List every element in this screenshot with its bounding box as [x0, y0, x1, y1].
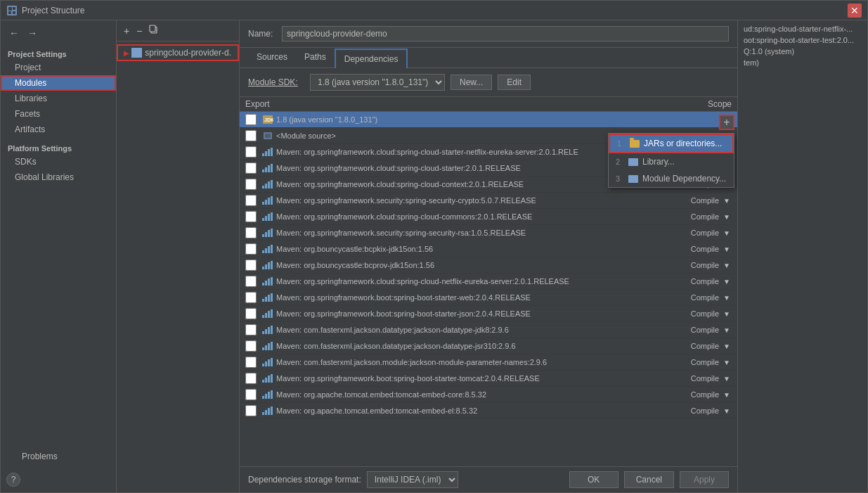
dep-scope-btn-8[interactable]: ▼ — [722, 278, 732, 286]
name-row: Name: — [240, 20, 737, 48]
remove-module-button[interactable]: − — [134, 24, 145, 38]
dep-row-5[interactable]: Maven: org.springframework.security:spri… — [240, 225, 737, 241]
module-dep-icon — [628, 175, 638, 183]
maven-icon-4 — [262, 212, 273, 222]
dep-row-7[interactable]: Maven: org.bouncycastle:bcprov-jdk15on:1… — [240, 257, 737, 274]
add-module-button[interactable]: + — [121, 24, 132, 38]
dropdown-item-library-label: Library... — [642, 157, 675, 167]
dep-checkbox-4[interactable] — [245, 211, 257, 222]
dep-row-3[interactable]: Maven: org.springframework.security:spri… — [240, 193, 737, 209]
sidebar-item-global-libraries[interactable]: Global Libraries — [1, 169, 116, 185]
dep-scope-btn-12[interactable]: ▼ — [722, 342, 732, 350]
dep-scope-btn-10[interactable]: ▼ — [722, 310, 732, 318]
dep-checkbox-6[interactable] — [245, 243, 257, 255]
sidebar-item-problems[interactable]: Problems — [8, 449, 109, 464]
sdk-select[interactable]: 1.8 (java version "1.8.0_131") — [310, 74, 445, 91]
dep-scope-btn-15[interactable]: ▼ — [722, 391, 732, 399]
dep-row-14[interactable]: Maven: org.springframework.boot:spring-b… — [240, 371, 737, 387]
right-item-1: oot:spring-boot-starter-test:2.0... — [738, 34, 867, 46]
name-label: Name: — [248, 29, 276, 39]
cancel-button[interactable]: Cancel — [624, 471, 674, 488]
window-title: Project Structure — [22, 6, 848, 15]
edit-sdk-button[interactable]: Edit — [498, 75, 531, 90]
dep-checkbox-1[interactable] — [245, 162, 257, 174]
dropdown-item-module-dep[interactable]: 3 Module Dependency... — [609, 170, 734, 187]
dep-checkbox-3[interactable] — [245, 195, 257, 206]
dep-name-9: Maven: org.springframework.boot:spring-b… — [276, 293, 666, 302]
dep-checkbox-14[interactable] — [245, 373, 257, 384]
dep-checkbox-5[interactable] — [245, 227, 257, 238]
dep-scope-btn-3[interactable]: ▼ — [722, 197, 732, 205]
dep-checkbox-10[interactable] — [245, 308, 257, 319]
dep-row-12[interactable]: Maven: com.fasterxml.jackson.datatype:ja… — [240, 338, 737, 354]
svg-text:JDK: JDK — [264, 117, 273, 122]
deps-table-header: Export Scope — [240, 97, 737, 112]
dep-scope-btn-4[interactable]: ▼ — [722, 213, 732, 221]
tab-sources[interactable]: Sources — [248, 48, 296, 68]
dep-row-10[interactable]: Maven: org.springframework.boot:spring-b… — [240, 306, 737, 322]
dep-row-jdk[interactable]: JDK 1.8 (java version "1.8.0_131") — [240, 112, 737, 128]
dep-checkbox-0[interactable] — [245, 146, 257, 158]
copy-module-button[interactable] — [146, 23, 162, 38]
dep-checkbox-16[interactable] — [245, 405, 257, 416]
dep-name-jdk: 1.8 (java version "1.8.0_131") — [276, 115, 732, 124]
dep-name-7: Maven: org.bouncycastle:bcprov-jdk15on:1… — [276, 261, 666, 269]
dep-scope-16: Compile — [666, 406, 722, 415]
maven-icon-0 — [262, 147, 273, 157]
dep-row-8[interactable]: Maven: org.springframework.cloud:spring-… — [240, 274, 737, 290]
dep-row-4[interactable]: Maven: org.springframework.cloud:spring-… — [240, 209, 737, 225]
dep-checkbox-9[interactable] — [245, 292, 257, 303]
forward-button[interactable]: → — [25, 26, 40, 40]
dep-scope-btn-7[interactable]: ▼ — [722, 262, 732, 269]
dep-scope-btn-13[interactable]: ▼ — [722, 359, 732, 366]
sidebar-item-libraries[interactable]: Libraries — [1, 91, 116, 106]
dep-checkbox-11[interactable] — [245, 324, 257, 335]
dep-checkbox-7[interactable] — [245, 260, 257, 271]
dep-checkbox-8[interactable] — [245, 276, 257, 287]
module-item-label: springcloud-provider-d... — [145, 48, 232, 58]
dep-row-9[interactable]: Maven: org.springframework.boot:spring-b… — [240, 290, 737, 306]
apply-button[interactable]: Apply — [680, 471, 729, 488]
back-button[interactable]: ← — [6, 26, 22, 40]
dep-checkbox-2[interactable] — [245, 179, 257, 190]
dep-scope-btn-5[interactable]: ▼ — [722, 229, 732, 237]
sidebar-item-sdks[interactable]: SDKs — [1, 154, 116, 169]
dep-checkbox-12[interactable] — [245, 340, 257, 352]
dep-checkbox-15[interactable] — [245, 389, 257, 400]
dep-checkbox-13[interactable] — [245, 357, 257, 368]
sidebar-item-project[interactable]: Project — [1, 60, 116, 75]
module-item[interactable]: ▶ springcloud-provider-d... — [117, 44, 239, 61]
tab-dependencies[interactable]: Dependencies — [335, 49, 408, 68]
dep-scope-8: Compile — [666, 277, 722, 286]
add-dependency-button[interactable]: + — [719, 115, 734, 130]
dep-name-14: Maven: org.springframework.boot:spring-b… — [276, 374, 666, 383]
dep-scope-btn-11[interactable]: ▼ — [722, 326, 732, 334]
dep-scope-btn-16[interactable]: ▼ — [722, 407, 732, 415]
dep-row-13[interactable]: Maven: com.fasterxml.jackson.module:jack… — [240, 354, 737, 371]
maven-icon-16 — [262, 406, 273, 416]
dep-name-10: Maven: org.springframework.boot:spring-b… — [276, 309, 666, 318]
dep-scope-14: Compile — [666, 374, 722, 383]
dep-scope-btn-9[interactable]: ▼ — [722, 294, 732, 302]
storage-format-select[interactable]: IntelliJ IDEA (.iml) — [367, 471, 458, 488]
help-button[interactable]: ? — [6, 473, 20, 487]
dep-scope-btn-14[interactable]: ▼ — [722, 375, 732, 383]
sidebar-item-modules[interactable]: Modules — [1, 75, 116, 91]
sidebar-item-artifacts[interactable]: Artifacts — [1, 122, 116, 137]
dep-checkbox-module-source[interactable] — [245, 130, 257, 141]
deps-container: + 1 JARs or directories... 2 Library... — [240, 112, 737, 466]
close-button[interactable]: ✕ — [848, 4, 862, 18]
dep-row-6[interactable]: Maven: org.bouncycastle:bcpkix-jdk15on:1… — [240, 241, 737, 257]
new-sdk-button[interactable]: New... — [451, 75, 492, 90]
dep-scope-btn-6[interactable]: ▼ — [722, 245, 732, 253]
ok-button[interactable]: OK — [569, 471, 618, 488]
dep-checkbox-jdk[interactable] — [245, 114, 257, 125]
dep-row-15[interactable]: Maven: org.apache.tomcat.embed:tomcat-em… — [240, 387, 737, 403]
dep-row-11[interactable]: Maven: com.fasterxml.jackson.datatype:ja… — [240, 322, 737, 338]
dropdown-item-library[interactable]: 2 Library... — [609, 153, 734, 170]
sidebar-item-facets[interactable]: Facets — [1, 106, 116, 122]
tab-paths[interactable]: Paths — [296, 48, 335, 68]
dropdown-item-jars[interactable]: 1 JARs or directories... — [609, 134, 734, 153]
name-input[interactable] — [282, 26, 729, 41]
dep-row-16[interactable]: Maven: org.apache.tomcat.embed:tomcat-em… — [240, 403, 737, 419]
